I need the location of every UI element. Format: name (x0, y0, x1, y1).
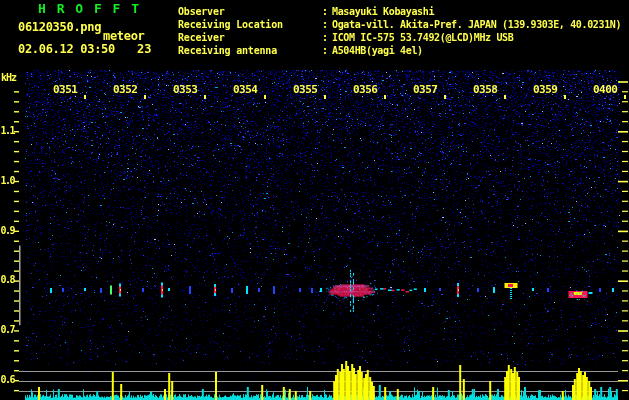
datetime-label: 02.06.12 03:50 (18, 42, 115, 56)
freq-tick-label: 1.0 (0, 175, 14, 186)
station-info-block: Observer:Masayuki KobayashiReceiving Loc… (178, 5, 621, 57)
freq-tick-label: 0.7 (0, 324, 14, 335)
freq-tick-label: 0.9 (0, 225, 14, 236)
station-row-value: ICOM IC-575 53.7492(@LCD)MHz USB (332, 31, 513, 44)
filename-label: 06120350.png (18, 20, 101, 34)
station-row-separator: : (322, 18, 332, 31)
station-row-value: A504HB(yagi 4el) (332, 44, 423, 57)
time-tick-label: 0353 (173, 83, 198, 96)
time-tick-label: 0356 (353, 83, 378, 96)
time-tick-label: 0355 (293, 83, 318, 96)
time-tick-label: 0351 (53, 83, 78, 96)
time-tick-label: 0352 (113, 83, 138, 96)
station-row-label: Observer (178, 5, 322, 18)
station-row-label: Receiving Location (178, 18, 322, 31)
app-title: H R O F F T (38, 1, 141, 16)
hrofft-window: H R O F F T 06120350.png meteor 02.06.12… (0, 0, 629, 400)
freq-tick-label: 0.8 (0, 274, 14, 285)
mode-label: meteor (103, 29, 145, 43)
meteor-count: 23 (137, 42, 151, 56)
freq-tick-label: 0.6 (0, 374, 14, 385)
station-row: Receiver:ICOM IC-575 53.7492(@LCD)MHz US… (178, 31, 621, 44)
station-row-value: Ogata-vill. Akita-Pref. JAPAN (139.9303E… (332, 18, 621, 31)
time-tick-label: 0357 (413, 83, 438, 96)
time-tick-label: 0358 (473, 83, 498, 96)
station-row-separator: : (322, 31, 332, 44)
station-row-label: Receiver (178, 31, 322, 44)
spectrogram-canvas (0, 0, 629, 400)
station-row-value: Masayuki Kobayashi (332, 5, 434, 18)
time-tick-label: 0400 (593, 83, 618, 96)
freq-axis-unit: kHz (1, 72, 16, 83)
time-tick-label: 0354 (233, 83, 258, 96)
station-row: Receiving antenna:A504HB(yagi 4el) (178, 44, 621, 57)
station-row-label: Receiving antenna (178, 44, 322, 57)
station-row: Observer:Masayuki Kobayashi (178, 5, 621, 18)
station-row-separator: : (322, 5, 332, 18)
time-tick-label: 0359 (533, 83, 558, 96)
station-row: Receiving Location:Ogata-vill. Akita-Pre… (178, 18, 621, 31)
freq-tick-label: 1.1 (0, 125, 14, 136)
station-row-separator: : (322, 44, 332, 57)
